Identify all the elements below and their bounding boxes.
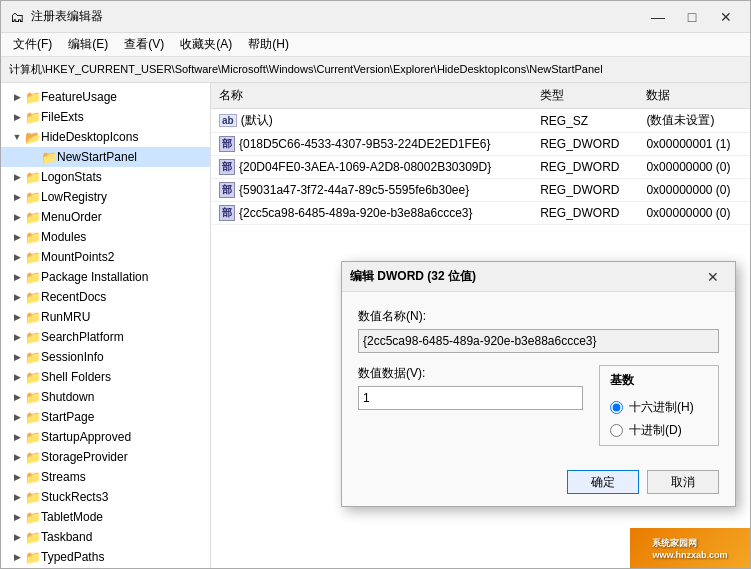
radio-dec-label[interactable]: 十进制(D): [610, 422, 708, 439]
edit-dword-dialog: 编辑 DWORD (32 位值) ✕ 数值名称(N): 数值数据(V): 基数: [341, 261, 736, 507]
dialog-name-label: 数值名称(N):: [358, 308, 719, 325]
radio-group-base: 基数 十六进制(H) 十进制(D): [599, 365, 719, 446]
base-label: 基数: [610, 372, 708, 389]
dialog-title-bar: 编辑 DWORD (32 位值) ✕: [342, 262, 735, 292]
radio-hex-label[interactable]: 十六进制(H): [610, 399, 708, 416]
radio-hex-text: 十六进制(H): [629, 399, 694, 416]
dialog-data-label: 数值数据(V):: [358, 365, 583, 382]
dialog-title-text: 编辑 DWORD (32 位值): [350, 268, 699, 285]
radio-hex[interactable]: [610, 401, 623, 414]
dialog-close-button[interactable]: ✕: [699, 266, 727, 288]
dialog-col-left: 数值数据(V):: [358, 365, 583, 410]
dialog-data-input[interactable]: [358, 386, 583, 410]
dialog-col-right: 基数 十六进制(H) 十进制(D): [599, 365, 719, 446]
dialog-ok-button[interactable]: 确定: [567, 470, 639, 494]
dialog-overlay: 编辑 DWORD (32 位值) ✕ 数值名称(N): 数值数据(V): 基数: [1, 1, 750, 568]
dialog-name-input: [358, 329, 719, 353]
radio-dec-text: 十进制(D): [629, 422, 682, 439]
dialog-footer: 确定 取消: [342, 462, 735, 506]
dialog-cancel-button[interactable]: 取消: [647, 470, 719, 494]
dialog-body: 数值名称(N): 数值数据(V): 基数 十六进制(H): [342, 292, 735, 462]
dialog-row: 数值数据(V): 基数 十六进制(H) 十进制(D): [358, 365, 719, 446]
radio-dec[interactable]: [610, 424, 623, 437]
